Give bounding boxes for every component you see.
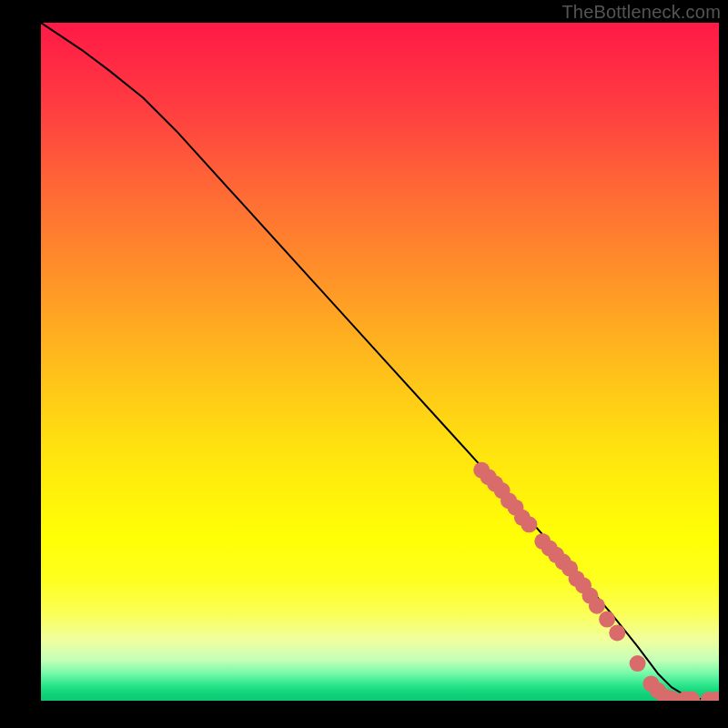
chart-overlay	[41, 23, 719, 701]
marker-point	[521, 516, 537, 532]
curve-line	[41, 23, 719, 700]
marker-point	[599, 612, 615, 628]
chart-frame: TheBottleneck.com	[0, 0, 728, 728]
plot-area	[41, 23, 719, 701]
marker-point	[630, 655, 646, 672]
watermark-text: TheBottleneck.com	[561, 2, 721, 23]
highlight-markers	[473, 462, 719, 701]
marker-point	[609, 625, 625, 642]
marker-point	[589, 598, 605, 614]
